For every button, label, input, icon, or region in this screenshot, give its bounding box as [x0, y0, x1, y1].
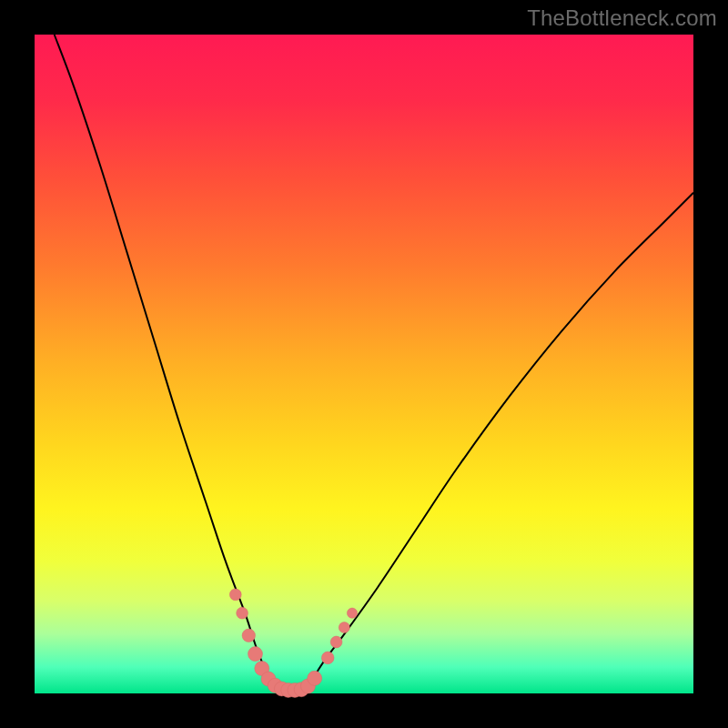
bottleneck-chart [0, 0, 728, 728]
gradient-background [35, 35, 693, 693]
curve-marker [248, 647, 263, 662]
curve-marker [347, 608, 357, 618]
curve-marker [242, 629, 255, 642]
watermark-text: TheBottleneck.com [527, 5, 717, 31]
curve-marker [229, 589, 241, 601]
curve-marker [330, 636, 342, 648]
curve-marker [339, 622, 349, 633]
curve-marker [237, 607, 248, 619]
curve-marker [321, 652, 334, 664]
chart-frame: TheBottleneck.com [0, 0, 728, 728]
curve-marker [308, 671, 322, 685]
